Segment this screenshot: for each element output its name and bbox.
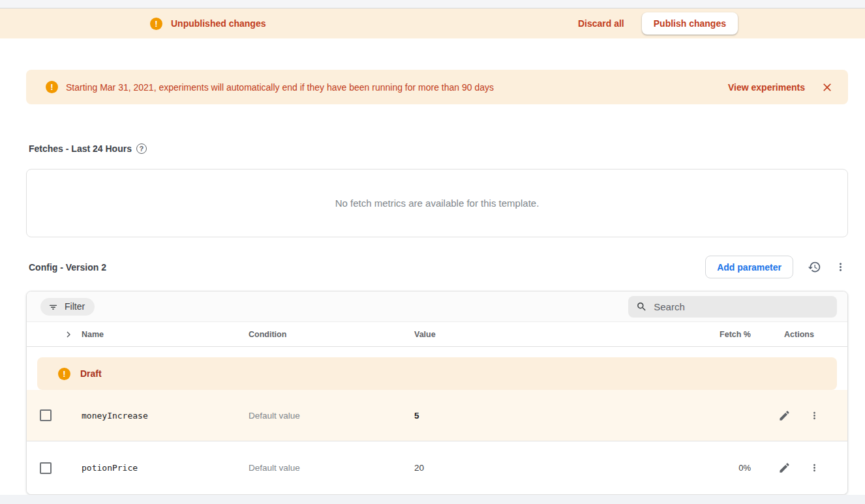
- config-title: Config - Version 2: [29, 262, 106, 273]
- chevron-right-icon[interactable]: [62, 328, 75, 341]
- table-toolbar: Filter: [27, 291, 847, 322]
- column-header-fetch: Fetch %: [692, 330, 751, 339]
- config-section-header: Config - Version 2 Add parameter: [26, 256, 848, 278]
- fetches-section-header: Fetches - Last 24 Hours ?: [26, 143, 848, 154]
- kebab-menu-icon[interactable]: [806, 408, 822, 423]
- kebab-menu-icon[interactable]: [832, 259, 848, 275]
- filter-button[interactable]: Filter: [40, 298, 95, 316]
- parameter-fetch-pct: 0%: [692, 463, 751, 473]
- unpublished-changes-bar: ! Unpublished changes Discard all Publis…: [0, 8, 865, 38]
- column-header-condition: Condition: [249, 330, 414, 339]
- remote-config-page: ! Starting Mar 31, 2021, experiments wil…: [0, 38, 865, 495]
- parameter-name: moneyIncrease: [82, 411, 249, 421]
- parameter-value: 5: [414, 411, 692, 421]
- page-footer-strip: [0, 495, 865, 504]
- experiments-notice-banner: ! Starting Mar 31, 2021, experiments wil…: [26, 70, 848, 104]
- search-icon: [636, 301, 647, 313]
- unpublished-changes-label: Unpublished changes: [171, 18, 266, 29]
- row-checkbox[interactable]: [40, 462, 52, 474]
- parameters-table: Filter Name Condition Value Fetch % Acti…: [26, 291, 848, 495]
- row-checkbox[interactable]: [40, 409, 52, 421]
- view-experiments-link[interactable]: View experiments: [728, 82, 805, 93]
- draft-label: Draft: [80, 368, 102, 379]
- column-header-actions: Actions: [751, 330, 847, 339]
- edit-pencil-icon[interactable]: [776, 408, 792, 423]
- history-icon[interactable]: [806, 259, 822, 275]
- draft-banner: ! Draft: [37, 357, 837, 390]
- add-parameter-button[interactable]: Add parameter: [705, 256, 793, 278]
- fetches-title: Fetches - Last 24 Hours: [29, 143, 132, 154]
- column-header-value: Value: [414, 330, 692, 339]
- publish-changes-button[interactable]: Publish changes: [642, 12, 738, 35]
- kebab-menu-icon[interactable]: [806, 460, 822, 476]
- experiments-notice-message: Starting Mar 31, 2021, experiments will …: [66, 82, 494, 93]
- warning-icon: !: [58, 368, 70, 380]
- search-field: [628, 296, 837, 318]
- close-icon[interactable]: [819, 80, 835, 95]
- parameter-name: potionPrice: [82, 463, 249, 473]
- discard-all-button[interactable]: Discard all: [578, 18, 624, 29]
- fetch-metrics-card: No fetch metrics are available for this …: [26, 169, 848, 237]
- search-input[interactable]: [654, 301, 829, 312]
- edit-pencil-icon[interactable]: [776, 460, 792, 476]
- table-row[interactable]: moneyIncrease Default value 5: [27, 390, 847, 441]
- filter-label: Filter: [65, 301, 85, 312]
- no-fetch-metrics-message: No fetch metrics are available for this …: [335, 198, 539, 209]
- top-chrome-strip: [0, 0, 865, 8]
- table-row[interactable]: potionPrice Default value 20 0%: [27, 441, 847, 494]
- table-header-row: Name Condition Value Fetch % Actions: [27, 322, 847, 347]
- warning-icon: !: [150, 18, 162, 30]
- help-icon[interactable]: ?: [136, 143, 147, 154]
- warning-icon: !: [46, 81, 58, 93]
- parameter-condition: Default value: [249, 411, 414, 421]
- column-header-name: Name: [82, 330, 249, 339]
- parameter-value: 20: [414, 463, 692, 473]
- filter-icon: [48, 301, 59, 312]
- parameter-condition: Default value: [249, 463, 414, 473]
